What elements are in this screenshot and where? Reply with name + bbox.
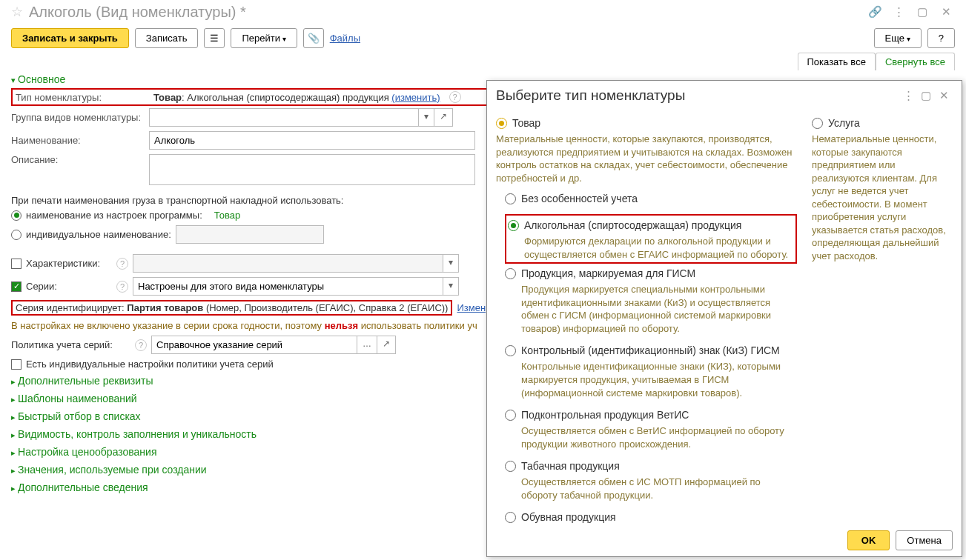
ellipsis-icon[interactable]: …	[357, 336, 377, 353]
radio-individual[interactable]	[11, 230, 21, 240]
radio-no-special[interactable]	[505, 193, 516, 204]
close-icon[interactable]: ✕	[935, 87, 953, 104]
individual-name-input	[176, 226, 323, 243]
dropdown-icon[interactable]: ▾	[443, 255, 458, 272]
goto-button[interactable]: Перейти	[231, 28, 297, 48]
link-icon[interactable]: 🔗	[866, 3, 884, 21]
name-label: Наименование:	[11, 135, 145, 146]
more-button[interactable]: Еще	[874, 28, 922, 48]
radio-tovar[interactable]	[496, 118, 507, 129]
help-icon[interactable]: ?	[116, 281, 128, 293]
series-input[interactable]	[133, 278, 443, 295]
name-input[interactable]	[150, 132, 474, 149]
files-link[interactable]: Файлы	[330, 33, 360, 44]
type-value: Товар: Алкогольная (спиртосодержащая) пр…	[153, 92, 440, 103]
radio-tobacco[interactable]	[505, 461, 516, 472]
radio-alcohol[interactable]	[508, 220, 519, 231]
save-button[interactable]: Записать	[135, 28, 199, 48]
policy-label: Политика учета серий:	[11, 339, 126, 350]
characteristics-checkbox[interactable]	[11, 259, 21, 269]
series-checkbox[interactable]	[11, 281, 21, 292]
kebab-icon[interactable]: ⋮	[899, 87, 917, 104]
dropdown-icon[interactable]: ▾	[443, 278, 458, 295]
radio-usluga[interactable]	[812, 118, 823, 129]
dropdown-icon[interactable]: ▾	[418, 109, 434, 126]
tab-show-all[interactable]: Показать все	[798, 53, 876, 70]
radio-gism[interactable]	[505, 268, 516, 279]
list-icon-button[interactable]: ☰	[204, 28, 225, 48]
help-icon[interactable]: ?	[135, 339, 147, 351]
help-icon[interactable]: ?	[116, 258, 128, 270]
maximize-icon[interactable]: ▢	[913, 3, 931, 21]
kebab-icon[interactable]: ⋮	[890, 3, 907, 21]
tab-collapse-all[interactable]: Свернуть все	[876, 53, 955, 70]
group-input[interactable]	[150, 109, 418, 126]
open-icon[interactable]: ↗	[377, 336, 395, 353]
type-selector-popup: Выберите тип номенклатуры ⋮ ▢ ✕ Товар Ма…	[486, 80, 962, 496]
change-type-link[interactable]: (изменить)	[391, 92, 440, 103]
group-label: Группа видов номенклатуры:	[11, 112, 145, 123]
favorite-icon[interactable]: ☆	[11, 4, 23, 20]
open-icon[interactable]: ↗	[434, 109, 452, 126]
type-label: Тип номенклатуры:	[16, 92, 149, 103]
maximize-icon[interactable]: ▢	[917, 87, 935, 104]
save-close-button[interactable]: Записать и закрыть	[11, 28, 129, 48]
desc-label: Описание:	[11, 154, 145, 165]
radio-program[interactable]	[11, 210, 21, 221]
page-title: Алкоголь (Вид номенклатуры) *	[29, 4, 860, 21]
individual-settings-checkbox[interactable]	[11, 359, 21, 370]
policy-input[interactable]	[152, 336, 357, 353]
desc-textarea[interactable]	[149, 154, 475, 185]
radio-vetis[interactable]	[505, 410, 516, 421]
characteristics-input	[133, 255, 443, 272]
attach-icon-button[interactable]: 📎	[303, 28, 324, 48]
close-icon[interactable]: ✕	[937, 3, 955, 21]
radio-kiz[interactable]	[505, 345, 516, 356]
series-change-link[interactable]: Измен	[457, 302, 486, 313]
help-button[interactable]: ?	[927, 28, 955, 48]
popup-title: Выберите тип номенклатуры	[496, 87, 899, 104]
program-name-link[interactable]: Товар	[214, 210, 240, 221]
help-icon[interactable]: ?	[449, 91, 461, 103]
